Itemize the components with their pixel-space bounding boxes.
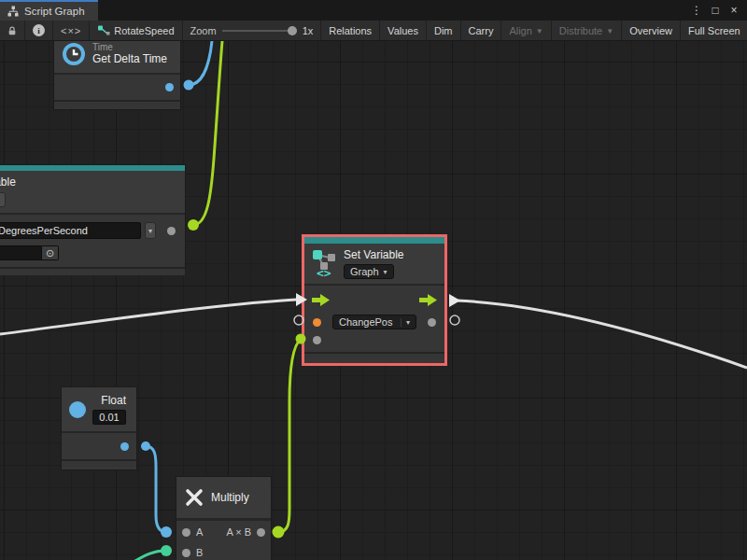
node-header: Multiply <box>176 477 271 518</box>
variable-scope-dropdown[interactable]: Graph ▾ <box>344 264 394 279</box>
node-title: Float <box>101 394 126 408</box>
node-title: Set Variable <box>344 248 403 262</box>
variable-name-dropdown[interactable]: ChangePos ▾ <box>332 315 416 329</box>
flow-input-port[interactable] <box>312 294 330 306</box>
zoom-slider-handle[interactable] <box>288 26 297 35</box>
code-view-button[interactable]: <×> <box>53 21 90 40</box>
target-object-field[interactable]: This <box>0 245 42 260</box>
zoom-control: Zoom 1x <box>183 21 322 40</box>
node-get-variable[interactable]: Get Variable Object ▾ RotationDegreesPer… <box>0 164 186 270</box>
node-title: Get Delta Time <box>92 52 167 66</box>
maximize-icon[interactable]: □ <box>708 4 723 17</box>
object-picker-icon[interactable]: ⊙ <box>42 245 59 260</box>
graph-icon <box>7 6 19 17</box>
node-float[interactable]: Float 0.01 <box>61 386 137 470</box>
chevron-down-icon: ▾ <box>384 268 388 276</box>
carry-button[interactable]: Carry <box>461 21 502 40</box>
value-input-port[interactable] <box>313 336 321 344</box>
port-label: A <box>196 526 203 538</box>
node-title: Get Variable <box>0 175 16 189</box>
window-controls: ⋮ □ × <box>689 0 747 21</box>
node-footer <box>62 459 136 468</box>
tab-title: Script Graph <box>24 6 85 17</box>
graph-toolbar: i <×> RotateSpeed Zoom 1x Relations Valu… <box>0 21 747 41</box>
node-footer <box>0 267 185 275</box>
multiply-icon <box>184 487 204 508</box>
lock-icon <box>7 25 17 36</box>
graph-asset-button[interactable]: RotateSpeed <box>90 21 182 40</box>
variable-icon: <> <box>312 249 337 278</box>
node-footer <box>54 100 180 108</box>
variable-name-dropdown[interactable]: ▾ <box>145 222 156 239</box>
node-header: Get Variable Object ▾ <box>0 171 185 213</box>
float-output-port[interactable] <box>165 83 174 91</box>
lock-button[interactable] <box>0 21 25 40</box>
node-get-delta-time[interactable]: Time Get Delta Time <box>53 34 181 110</box>
node-title: Multiply <box>211 491 249 505</box>
node-footer <box>304 352 444 360</box>
tab-script-graph[interactable]: Script Graph <box>0 0 98 21</box>
info-button[interactable]: i <box>25 21 53 40</box>
node-set-variable[interactable]: <> Set Variable Graph ▾ Chang <box>302 234 447 366</box>
float-icon <box>69 401 86 418</box>
variable-name-input[interactable]: RotationDegreesPerSecond <box>0 222 141 239</box>
node-accent-bar <box>304 237 444 244</box>
port-label: A × B <box>226 526 251 538</box>
port-label: B <box>196 547 203 558</box>
flow-output-port[interactable] <box>419 294 437 306</box>
info-icon: i <box>33 24 45 36</box>
overview-button[interactable]: Overview <box>622 21 681 40</box>
node-header: <> Set Variable Graph ▾ <box>304 244 444 284</box>
graph-asset-icon <box>97 25 110 36</box>
distribute-dropdown[interactable]: Distribute ▼ <box>552 21 622 40</box>
svg-text:<>: <> <box>317 266 331 278</box>
chevron-down-icon: ▾ <box>148 227 152 235</box>
zoom-level: 1x <box>303 25 314 36</box>
value-output-port[interactable] <box>167 227 176 235</box>
variable-scope-dropdown[interactable]: Object ▾ <box>0 192 6 207</box>
value-output-port[interactable] <box>428 318 436 327</box>
chevron-down-icon: ▾ <box>401 318 410 327</box>
tab-bar: Script Graph ⋮ □ × <box>0 0 747 21</box>
node-multiply[interactable]: Multiply A A × B B <box>176 476 272 560</box>
menu-icon[interactable]: ⋮ <box>689 4 704 17</box>
chevron-down-icon: ▼ <box>536 27 543 35</box>
float-output-port[interactable] <box>120 442 129 451</box>
value-input-port[interactable] <box>313 318 321 327</box>
clock-icon <box>62 42 86 66</box>
code-icon: <×> <box>61 25 81 36</box>
full-screen-button[interactable]: Full Screen <box>681 21 747 40</box>
input-port-a[interactable] <box>182 528 190 537</box>
align-dropdown[interactable]: Align ▼ <box>501 21 551 40</box>
relations-button[interactable]: Relations <box>321 21 380 40</box>
chevron-down-icon: ▼ <box>606 27 613 35</box>
float-value-input[interactable]: 0.01 <box>92 410 126 425</box>
result-output-port[interactable] <box>257 528 265 537</box>
dim-button[interactable]: Dim <box>427 21 461 40</box>
script-graph-window: Time Get Delta Time Get Variable Object … <box>0 0 747 560</box>
values-button[interactable]: Values <box>380 21 427 40</box>
zoom-label: Zoom <box>190 25 217 36</box>
node-category: Time <box>92 42 167 52</box>
close-icon[interactable]: × <box>726 4 741 17</box>
node-header: Float 0.01 <box>62 387 136 431</box>
input-port-b[interactable] <box>182 549 190 557</box>
zoom-slider[interactable] <box>222 30 297 32</box>
